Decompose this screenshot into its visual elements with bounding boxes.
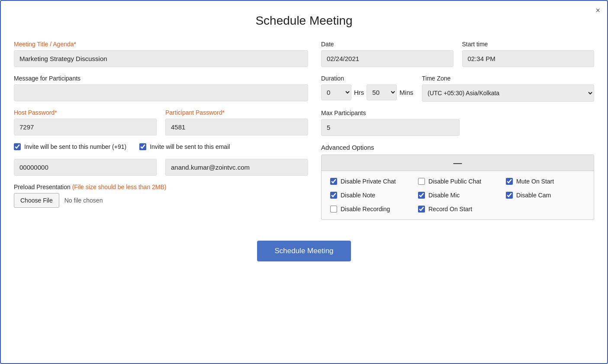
participant-password-label: Participant Password* bbox=[165, 109, 308, 116]
schedule-btn-row: Schedule Meeting bbox=[14, 241, 594, 261]
disable-note-checkbox[interactable] bbox=[330, 192, 337, 199]
close-icon[interactable]: × bbox=[595, 6, 600, 15]
date-input[interactable] bbox=[321, 50, 454, 67]
timezone-label: Time Zone bbox=[422, 75, 594, 82]
date-time-row: Date Start time bbox=[321, 41, 594, 67]
max-participants-label: Max Participants bbox=[321, 110, 594, 116]
max-participants-input[interactable] bbox=[321, 119, 460, 136]
date-col: Date bbox=[321, 41, 454, 67]
host-password-input[interactable] bbox=[14, 119, 157, 135]
invite-email-input[interactable] bbox=[165, 159, 308, 176]
disable-private-chat-label[interactable]: Disable Private Chat bbox=[330, 178, 409, 185]
form-body: Meeting Title / Agenda* Message for Part… bbox=[14, 41, 594, 228]
disable-recording-label[interactable]: Disable Recording bbox=[330, 206, 409, 213]
start-time-label: Start time bbox=[462, 41, 595, 48]
host-password-col: Host Password* bbox=[14, 109, 157, 135]
invite-email-checkbox-label[interactable]: Invite will be sent to this email bbox=[139, 143, 230, 150]
record-on-start-checkbox[interactable] bbox=[418, 206, 425, 213]
no-file-text: No file chosen bbox=[64, 197, 103, 204]
date-label: Date bbox=[321, 41, 454, 48]
disable-private-chat-text: Disable Private Chat bbox=[341, 178, 396, 185]
schedule-meeting-modal: × Schedule Meeting Meeting Title / Agend… bbox=[0, 0, 608, 364]
meeting-title-section: Meeting Title / Agenda* bbox=[14, 41, 308, 67]
invite-phone-col bbox=[14, 159, 157, 176]
meeting-title-label: Meeting Title / Agenda* bbox=[14, 41, 308, 48]
start-time-input[interactable] bbox=[462, 50, 595, 67]
start-time-col: Start time bbox=[462, 41, 595, 67]
password-section: Host Password* Participant Password* bbox=[14, 109, 308, 135]
mute-on-start-checkbox[interactable] bbox=[506, 178, 513, 185]
disable-cam-checkbox[interactable] bbox=[506, 192, 513, 199]
message-input[interactable] bbox=[14, 84, 308, 101]
disable-private-chat-checkbox[interactable] bbox=[330, 178, 337, 185]
form-right: Date Start time Duration 0123 Hrs bbox=[321, 41, 594, 228]
choose-file-button[interactable]: Choose File bbox=[14, 193, 59, 208]
modal-title: Schedule Meeting bbox=[14, 14, 594, 28]
form-left: Meeting Title / Agenda* Message for Part… bbox=[14, 41, 308, 228]
invite-email-label: Invite will be sent to this email bbox=[150, 143, 230, 150]
max-participants-col: Max Participants bbox=[321, 110, 594, 136]
invite-email-col bbox=[165, 159, 308, 176]
advanced-options-box: — Disable Private Chat Disable Public Ch… bbox=[321, 155, 594, 220]
advanced-row-2: Disable Note Disable Mic Disable Cam bbox=[330, 192, 585, 199]
participant-password-col: Participant Password* bbox=[165, 109, 308, 135]
advanced-options-header: — bbox=[322, 155, 594, 171]
duration-inner: 0123 Hrs 01020304050 Mins bbox=[321, 84, 413, 100]
timezone-select[interactable]: (UTC +05:30) Asia/Kolkata (UTC +00:00) U… bbox=[422, 84, 594, 102]
advanced-options-label: Advanced Options bbox=[321, 144, 594, 151]
invite-phone-label: Invite will be sent to this number (+91) bbox=[24, 143, 126, 150]
timezone-col: Time Zone (UTC +05:30) Asia/Kolkata (UTC… bbox=[422, 75, 594, 102]
disable-recording-text: Disable Recording bbox=[341, 206, 390, 213]
invite-phone-input[interactable] bbox=[14, 159, 157, 176]
mute-on-start-text: Mute On Start bbox=[516, 178, 554, 185]
disable-mic-text: Disable Mic bbox=[428, 192, 460, 199]
host-password-label: Host Password* bbox=[14, 109, 157, 116]
record-on-start-label[interactable]: Record On Start bbox=[418, 206, 497, 213]
duration-hrs-select[interactable]: 0123 bbox=[321, 84, 351, 100]
advanced-options-content: Disable Private Chat Disable Public Chat… bbox=[322, 171, 594, 219]
disable-mic-checkbox[interactable] bbox=[418, 192, 425, 199]
duration-label: Duration bbox=[321, 75, 413, 82]
duration-col: Duration 0123 Hrs 01020304050 Mins bbox=[321, 75, 413, 102]
participant-password-input[interactable] bbox=[165, 119, 308, 135]
disable-recording-checkbox[interactable] bbox=[330, 206, 337, 213]
invite-email-checkbox[interactable] bbox=[139, 143, 146, 150]
duration-mins-select[interactable]: 01020304050 bbox=[367, 84, 397, 100]
message-section: Message for Participants bbox=[14, 75, 308, 101]
invite-phone-checkbox-label[interactable]: Invite will be sent to this number (+91) bbox=[14, 143, 126, 150]
invite-inputs-row bbox=[14, 159, 308, 176]
disable-note-text: Disable Note bbox=[341, 192, 375, 199]
invite-section: Invite will be sent to this number (+91)… bbox=[14, 143, 308, 176]
invite-phone-checkbox[interactable] bbox=[14, 143, 21, 150]
disable-public-chat-label[interactable]: Disable Public Chat bbox=[418, 178, 497, 185]
file-row: Choose File No file chosen bbox=[14, 193, 308, 208]
mute-on-start-label[interactable]: Mute On Start bbox=[506, 178, 585, 185]
invite-checkboxes-row: Invite will be sent to this number (+91)… bbox=[14, 143, 308, 155]
disable-mic-label[interactable]: Disable Mic bbox=[418, 192, 497, 199]
schedule-meeting-button[interactable]: Schedule Meeting bbox=[257, 241, 351, 261]
preload-label: Preload Presentation (File size should b… bbox=[14, 184, 308, 190]
duration-timezone-row: Duration 0123 Hrs 01020304050 Mins Time … bbox=[321, 75, 594, 102]
advanced-row-3: Disable Recording Record On Start bbox=[330, 206, 585, 213]
preload-section: Preload Presentation (File size should b… bbox=[14, 184, 308, 208]
mins-label: Mins bbox=[399, 89, 413, 96]
disable-cam-text: Disable Cam bbox=[516, 192, 551, 199]
meeting-title-input[interactable] bbox=[14, 50, 308, 67]
advanced-header-dash: — bbox=[454, 158, 462, 167]
advanced-row-1: Disable Private Chat Disable Public Chat… bbox=[330, 178, 585, 185]
disable-cam-label[interactable]: Disable Cam bbox=[506, 192, 585, 199]
advanced-options-section: Advanced Options — Disable Private Chat bbox=[321, 144, 594, 220]
disable-public-chat-text: Disable Public Chat bbox=[428, 178, 481, 185]
message-label: Message for Participants bbox=[14, 75, 308, 82]
disable-public-chat-checkbox[interactable] bbox=[418, 178, 425, 185]
disable-note-label[interactable]: Disable Note bbox=[330, 192, 409, 199]
hrs-label: Hrs bbox=[354, 89, 364, 96]
record-on-start-text: Record On Start bbox=[428, 206, 472, 213]
